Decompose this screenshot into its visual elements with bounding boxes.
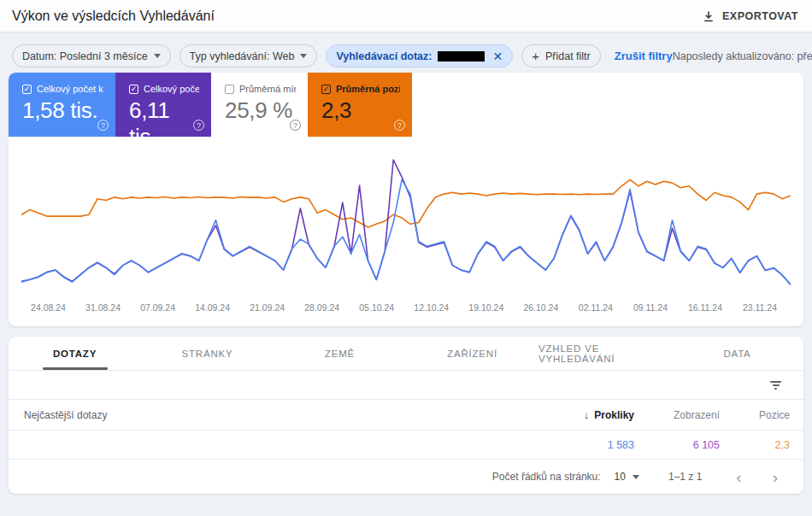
metric-value: 6,11 tis. (129, 97, 199, 150)
rows-per-page-label: Počet řádků na stránku: (492, 471, 601, 483)
next-page-button[interactable]: › (769, 469, 781, 485)
add-filter-label: Přidat filtr (545, 50, 591, 62)
chart-area[interactable] (9, 137, 803, 294)
x-tick-label: 12.10.24 (414, 302, 449, 313)
column-header-queries: Nejčastější dotazy (24, 409, 532, 421)
metric-card-total-impressions[interactable]: ✓ Celkový počet zo... 6,11 tis. ? (115, 73, 211, 137)
x-tick-label: 24.08.24 (31, 302, 66, 313)
metric-label: Celkový počet zo... (144, 84, 199, 94)
query-filter-chip[interactable]: Vyhledávací dotaz: ✕ (326, 44, 513, 67)
pagination-bar: Počet řádků na stránku: 10 1–1 z 1 ‹ › (9, 460, 803, 494)
checkbox-unchecked-icon[interactable] (225, 85, 234, 94)
query-filter-label: Vyhledávací dotaz: (336, 50, 432, 62)
search-type-filter-chip[interactable]: Typ vyhledávání: Web (179, 44, 318, 67)
top-bar: Výkon ve výsledcích Vyhledávání EXPORTOV… (0, 0, 812, 32)
dimensions-table-card: DOTAZY STRÁNKY ZEMĚ ZAŘÍZENÍ VZHLED VE V… (9, 337, 803, 494)
chevron-down-icon (154, 54, 161, 58)
position-cell: 2,3 (720, 439, 790, 451)
table-row[interactable]: 1 583 6 105 2,3 (9, 431, 803, 460)
tab-countries[interactable]: ZEMĚ (274, 337, 406, 370)
metric-label: Celkový počet klik... (37, 84, 103, 94)
filter-bar: Datum: Poslední 3 měsíce Typ vyhledávání… (0, 32, 812, 73)
x-tick-label: 02.11.24 (579, 302, 613, 313)
download-icon (703, 10, 715, 22)
redacted-query-value (438, 51, 485, 62)
x-tick-label: 07.09.24 (140, 302, 175, 313)
metric-value: 1,58 tis. (22, 97, 103, 124)
table-filter-row (9, 371, 803, 400)
tab-queries[interactable]: DOTAZY (9, 337, 141, 370)
filter-funnel-icon[interactable] (767, 378, 785, 393)
pagination-range: 1–1 z 1 (668, 471, 702, 483)
performance-line-chart[interactable] (21, 151, 791, 294)
metric-card-average-ctr[interactable]: Průměrná míra pr... 25,9 % ? (211, 73, 308, 137)
column-header-clicks-sorted[interactable]: ↓ Prokliky (532, 408, 634, 421)
x-tick-label: 09.11.24 (633, 302, 668, 313)
metric-card-total-clicks[interactable]: ✓ Celkový počet klik... 1,58 tis. ? (9, 73, 115, 137)
tab-devices[interactable]: ZAŘÍZENÍ (406, 337, 538, 370)
export-label: EXPORTOVAT (722, 10, 798, 22)
x-tick-label: 19.10.24 (468, 302, 503, 313)
column-header-impressions[interactable]: Zobrazení (634, 409, 720, 421)
last-updated-text: Naposledy aktualizováno: před 6 hodinami (673, 50, 812, 62)
dimension-tabs: DOTAZY STRÁNKY ZEMĚ ZAŘÍZENÍ VZHLED VE V… (9, 337, 803, 371)
chevron-down-icon (633, 475, 639, 479)
impressions-cell: 6 105 (634, 439, 720, 451)
reset-filters-link[interactable]: Zrušit filtry (615, 50, 673, 62)
x-tick-label: 31.08.24 (85, 302, 121, 313)
close-icon[interactable]: ✕ (492, 50, 503, 63)
tab-pages[interactable]: STRÁNKY (141, 337, 274, 370)
checkbox-checked-icon[interactable]: ✓ (22, 85, 32, 94)
performance-chart-card: ✓ Celkový počet klik... 1,58 tis. ? ✓ Ce… (9, 73, 803, 326)
search-type-label: Typ vyhledávání: Web (190, 50, 295, 62)
x-tick-label: 28.09.24 (304, 302, 339, 313)
help-icon[interactable]: ? (394, 120, 405, 131)
help-icon[interactable]: ? (97, 120, 109, 131)
last-updated: Naposledy aktualizováno: před 6 hodinami… (673, 50, 812, 62)
help-icon[interactable]: ? (193, 120, 204, 131)
x-tick-label: 14.09.24 (195, 302, 230, 313)
previous-page-button[interactable]: ‹ (733, 469, 744, 485)
date-filter-chip[interactable]: Datum: Poslední 3 měsíce (12, 44, 171, 67)
add-filter-button[interactable]: + Přidat filtr (521, 44, 601, 67)
clicks-cell: 1 583 (532, 439, 634, 451)
table-header-row: Nejčastější dotazy ↓ Prokliky Zobrazení … (9, 400, 803, 431)
metric-card-average-position[interactable]: ✓ Průměrná pozice 2,3 ? (308, 73, 412, 137)
x-axis-labels: 24.08.2431.08.2407.09.2414.09.2421.09.24… (21, 299, 791, 316)
tab-dates[interactable]: DATA (671, 337, 803, 370)
tab-search-appearance[interactable]: VZHLED VE VYHLEDÁVÁNÍ (538, 337, 671, 370)
export-button[interactable]: EXPORTOVAT (703, 10, 798, 22)
metric-value: 2,3 (321, 97, 400, 124)
sort-descending-icon: ↓ (584, 408, 590, 421)
x-tick-label: 26.10.24 (523, 302, 558, 313)
chevron-down-icon (300, 54, 307, 58)
plus-icon: + (532, 49, 539, 63)
page-title: Výkon ve výsledcích Vyhledávání (12, 9, 215, 24)
metric-tiles: ✓ Celkový počet klik... 1,58 tis. ? ✓ Ce… (9, 73, 803, 137)
x-tick-label: 23.11.24 (743, 302, 777, 313)
x-tick-label: 05.10.24 (359, 302, 394, 313)
metric-label: Průměrná míra pr... (239, 84, 296, 94)
help-icon[interactable]: ? (290, 120, 301, 131)
column-header-position[interactable]: Pozice (720, 409, 790, 421)
metric-value: 25,9 % (225, 97, 296, 124)
rows-per-page-select[interactable]: 10 (615, 471, 639, 483)
date-filter-label: Datum: Poslední 3 měsíce (22, 50, 148, 62)
metric-label: Průměrná pozice (336, 84, 400, 94)
checkbox-checked-icon[interactable]: ✓ (321, 85, 331, 94)
x-tick-label: 16.11.24 (688, 302, 722, 313)
x-tick-label: 21.09.24 (250, 302, 285, 313)
checkbox-checked-icon[interactable]: ✓ (129, 85, 138, 94)
